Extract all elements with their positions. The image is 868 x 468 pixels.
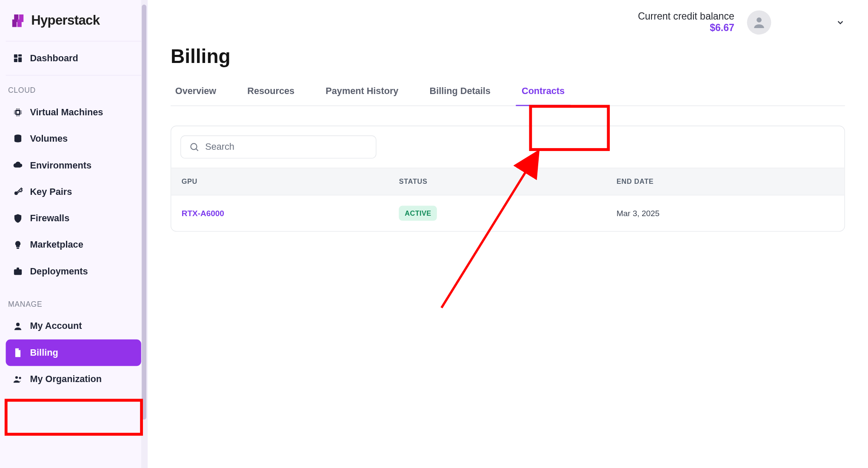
brand-name: Hyperstack: [31, 13, 100, 29]
briefcase-icon: [13, 266, 23, 277]
search-box[interactable]: [180, 135, 377, 158]
avatar-icon: [751, 15, 766, 30]
svg-rect-9: [14, 269, 22, 275]
balance: Current credit balance $6.67: [638, 11, 738, 34]
svg-point-11: [15, 376, 18, 379]
topbar: Current credit balance $6.67: [148, 0, 868, 39]
svg-rect-2: [18, 57, 22, 62]
tab-overview[interactable]: Overview: [174, 80, 217, 106]
contracts-table-header: GPU STATUS END DATE: [171, 168, 844, 195]
svg-point-14: [191, 143, 197, 149]
sidebar-item-label: Virtual Machines: [30, 107, 103, 117]
contracts-panel: GPU STATUS END DATE RTX-A6000 ACTIVE Mar…: [171, 126, 845, 231]
tab-payment-history[interactable]: Payment History: [325, 80, 400, 106]
sidebar-item-key-pairs[interactable]: Key Pairs: [6, 179, 141, 205]
sidebar-item-label: Environments: [30, 160, 91, 171]
panel-toolbar: [171, 126, 844, 168]
search-icon: [189, 142, 199, 152]
shield-icon: [13, 213, 23, 223]
users-icon: [13, 374, 23, 384]
sidebar-item-dashboard[interactable]: Dashboard: [6, 45, 141, 71]
svg-rect-3: [14, 59, 17, 62]
svg-point-12: [19, 377, 21, 379]
sidebar-item-label: My Account: [30, 321, 82, 331]
sidebar-item-label: Marketplace: [30, 240, 83, 250]
cloud-icon: [13, 160, 23, 171]
sidebar: Hyperstack Dashboard CLOUD: [0, 0, 148, 468]
svg-point-10: [16, 323, 20, 326]
svg-rect-8: [17, 248, 19, 249]
user-icon: [13, 321, 23, 331]
svg-rect-1: [18, 54, 22, 57]
tab-billing-details[interactable]: Billing Details: [428, 80, 492, 106]
bulb-icon: [13, 240, 23, 250]
sidebar-item-label: Dashboard: [30, 53, 78, 63]
sidebar-item-label: Key Pairs: [30, 187, 72, 197]
sidebar-item-label: My Organization: [30, 374, 102, 384]
billing-tabs: Overview Resources Payment History Billi…: [171, 77, 845, 106]
sidebar-item-deployments[interactable]: Deployments: [6, 258, 141, 285]
sidebar-item-label: Billing: [30, 348, 58, 358]
chevron-down-icon[interactable]: [836, 18, 845, 27]
key-icon: [13, 187, 23, 197]
sidebar-item-my-organization[interactable]: My Organization: [6, 366, 141, 392]
search-input[interactable]: [205, 142, 368, 152]
balance-label: Current credit balance: [638, 11, 734, 23]
content: Current credit balance $6.67 Billing Ove…: [148, 0, 868, 468]
col-header-status: STATUS: [399, 177, 617, 185]
sidebar-item-firewalls[interactable]: Firewalls: [6, 205, 141, 231]
balance-value: $6.67: [638, 23, 734, 34]
sidebar-section-label-manage: MANAGE: [6, 289, 141, 313]
svg-rect-0: [14, 54, 17, 58]
sidebar-section-label-cloud: CLOUD: [6, 75, 141, 99]
page-title: Billing: [171, 45, 845, 68]
cpu-icon: [13, 107, 23, 117]
svg-point-13: [757, 17, 762, 23]
sidebar-item-billing[interactable]: Billing: [6, 340, 141, 366]
sidebar-item-label: Firewalls: [30, 213, 69, 223]
col-header-enddate: END DATE: [617, 177, 834, 185]
end-date-value: Mar 3, 2025: [617, 208, 834, 218]
database-icon: [13, 134, 23, 144]
brand[interactable]: Hyperstack: [6, 0, 141, 42]
dashboard-icon: [13, 53, 23, 63]
sidebar-item-volumes[interactable]: Volumes: [6, 126, 141, 152]
sidebar-scrollbar[interactable]: [141, 0, 147, 468]
sidebar-item-label: Volumes: [30, 134, 68, 144]
brand-logo-icon: [10, 13, 25, 28]
tab-contracts[interactable]: Contracts: [520, 80, 566, 106]
avatar[interactable]: [747, 10, 771, 34]
sidebar-item-environments[interactable]: Environments: [6, 152, 141, 179]
sidebar-item-marketplace[interactable]: Marketplace: [6, 232, 141, 258]
col-header-gpu: GPU: [182, 177, 399, 185]
gpu-link[interactable]: RTX-A6000: [182, 208, 224, 218]
table-row: RTX-A6000 ACTIVE Mar 3, 2025: [171, 195, 844, 231]
sidebar-item-virtual-machines[interactable]: Virtual Machines: [6, 99, 141, 126]
svg-rect-5: [17, 111, 19, 114]
status-badge: ACTIVE: [399, 206, 437, 221]
scrollbar-thumb[interactable]: [142, 5, 146, 419]
sidebar-item-label: Deployments: [30, 266, 88, 277]
file-icon: [13, 348, 23, 358]
sidebar-item-my-account[interactable]: My Account: [6, 313, 141, 340]
tab-resources[interactable]: Resources: [246, 80, 296, 106]
